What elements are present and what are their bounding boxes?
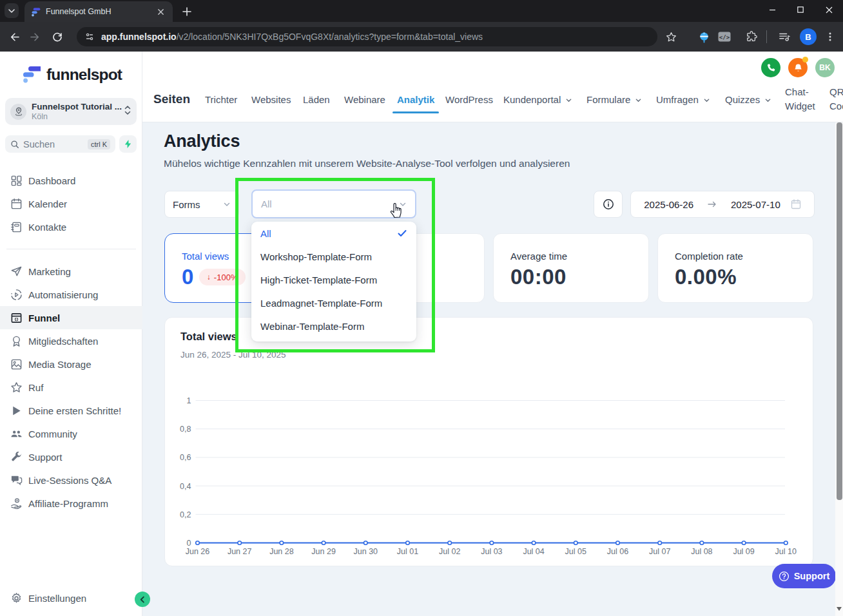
tab-search-button[interactable] <box>5 3 19 18</box>
tab-kundenportal[interactable]: Kundenportal <box>503 94 572 105</box>
workspace-info: Funnelspot Tutorial ... Köln <box>32 102 124 121</box>
reload-button[interactable] <box>46 26 68 48</box>
chart-point[interactable] <box>238 541 242 545</box>
tab-chat-widget[interactable]: Chat- Widget <box>785 85 815 113</box>
search-input[interactable]: Suchen ctrl K <box>5 135 115 153</box>
tab-qr-code[interactable]: QR- Code <box>829 85 843 113</box>
site-info-icon[interactable] <box>84 32 95 42</box>
extension-code-button[interactable]: </> <box>713 26 735 48</box>
header-actions: BK <box>753 58 835 77</box>
profile-avatar[interactable]: B <box>797 26 819 48</box>
chart-point[interactable] <box>364 541 368 545</box>
phone-button[interactable] <box>761 58 780 77</box>
address-bar[interactable]: app.funnelspot.io/v2/location/5NK3HI7QxB… <box>77 27 657 46</box>
date-from[interactable]: 2025-06-26 <box>644 199 693 210</box>
tab-trichter[interactable]: Trichter <box>205 94 237 105</box>
sidebar-item-funnel[interactable]: Funnel <box>0 306 142 329</box>
sidebar-item-einstellungen[interactable]: Einstellungen <box>0 586 142 610</box>
tab-label: Trichter <box>205 94 237 105</box>
url-path: /v2/location/5NK3HI7QxBg5OFvqG8Xt/analyt… <box>177 32 483 42</box>
extensions-button[interactable] <box>741 26 762 48</box>
sidebar-item-kalender[interactable]: Kalender <box>0 192 142 215</box>
workspace-selector[interactable]: Funnelspot Tutorial ... Köln <box>5 98 137 125</box>
tab-webinare[interactable]: Webinare <box>344 94 385 105</box>
media-controls-button[interactable] <box>773 26 795 48</box>
chart-point[interactable] <box>280 541 284 545</box>
y-tick-label: 0,2 <box>180 510 191 519</box>
funnelspot-logo-icon <box>21 65 41 84</box>
tab-quizzes[interactable]: Quizzes <box>725 94 771 105</box>
sidebar-item-support[interactable]: Support <box>0 445 142 468</box>
chart-point[interactable] <box>322 541 325 545</box>
user-avatar[interactable]: BK <box>815 58 835 77</box>
sidebar-item-automatisierung[interactable]: Automatisierung <box>0 283 142 306</box>
chart-point[interactable] <box>658 541 662 545</box>
chart-point[interactable] <box>574 541 578 545</box>
sidebar-item-kontakte[interactable]: Kontakte <box>0 215 142 238</box>
chart-point[interactable] <box>448 541 452 545</box>
gear-icon <box>10 592 23 604</box>
tab-label: Analytik <box>397 94 434 105</box>
sidebar-item-marketing[interactable]: Marketing <box>0 260 142 283</box>
quick-actions-button[interactable] <box>119 135 137 153</box>
date-range-picker[interactable]: 2025-06-26 2025-07-10 <box>630 191 815 218</box>
sidebar-item-deine-ersten-schritte[interactable]: Deine ersten Schritte! <box>0 399 142 422</box>
x-tick-label: Jun 28 <box>269 547 294 556</box>
sidebar-item-label: Dashboard <box>28 175 75 186</box>
sidebar-item-dashboard[interactable]: Dashboard <box>0 169 142 192</box>
notifications-button[interactable] <box>788 58 808 77</box>
close-icon <box>826 6 833 14</box>
chart-point[interactable] <box>616 541 620 545</box>
window-maximize-button[interactable] <box>786 0 815 19</box>
sidebar-item-mitgliedschaften[interactable]: Mitgliedschaften <box>0 329 142 352</box>
tab-l-den[interactable]: Läden <box>303 94 330 105</box>
tab-umfragen[interactable]: Umfragen <box>656 94 710 105</box>
chart-point[interactable] <box>406 541 410 545</box>
tab-close-button[interactable] <box>155 6 166 17</box>
chevron-down-icon <box>8 7 15 15</box>
minimize-icon <box>769 6 776 14</box>
browser-tab[interactable]: Funnelspot GmbH <box>24 1 173 22</box>
sidebar-item-affiliate-programm[interactable]: Affiliate-Programm <box>0 492 142 515</box>
date-to[interactable]: 2025-07-10 <box>731 199 780 210</box>
bookmark-star-button[interactable] <box>660 26 682 48</box>
sidebar-item-label: Einstellungen <box>28 593 86 604</box>
chart-point[interactable] <box>196 541 200 545</box>
x-tick-label: Jul 05 <box>565 547 586 556</box>
close-icon <box>157 8 164 15</box>
sidebar-item-media-storage[interactable]: Media Storage <box>0 352 142 376</box>
browser-menu-button[interactable] <box>819 26 841 48</box>
window-minimize-button[interactable] <box>758 0 786 19</box>
window-close-button[interactable] <box>815 0 843 19</box>
info-button[interactable] <box>594 191 623 218</box>
sidebar-item-live-sessions-q-a[interactable]: Live-Sessions Q&A <box>0 468 142 492</box>
tab-websites[interactable]: Websites <box>251 94 291 105</box>
dashboard-icon <box>10 175 23 187</box>
tab-formulare[interactable]: Formulare <box>586 94 642 105</box>
sidebar-item-community[interactable]: Community <box>0 422 142 445</box>
new-tab-button[interactable] <box>178 3 196 21</box>
chart-point[interactable] <box>700 541 704 545</box>
scrollbar-down-arrow[interactable] <box>837 607 842 611</box>
chart-point[interactable] <box>532 541 536 545</box>
back-button[interactable] <box>3 26 24 48</box>
chart-point[interactable] <box>784 541 788 545</box>
x-tick-label: Jul 09 <box>733 547 754 556</box>
extension-colorpick-button[interactable] <box>693 26 715 48</box>
forward-button[interactable] <box>24 26 46 48</box>
tab-analytik[interactable]: Analytik <box>397 94 434 105</box>
type-select[interactable]: Forms <box>164 191 239 218</box>
tab-label: Webinare <box>344 94 385 105</box>
scrollbar[interactable] <box>835 122 843 616</box>
x-tick-label: Jun 27 <box>228 547 252 556</box>
sidebar-item-ruf[interactable]: Ruf <box>0 376 142 399</box>
tab-wordpress[interactable]: WordPress <box>445 94 493 105</box>
affiliate-icon <box>10 497 23 510</box>
y-tick-label: 0 <box>187 539 191 548</box>
chart-point[interactable] <box>742 541 746 545</box>
sidebar-collapse-button[interactable] <box>135 592 150 607</box>
workspace-avatar <box>10 104 26 120</box>
scrollbar-thumb[interactable] <box>837 122 842 500</box>
chart-point[interactable] <box>490 541 494 545</box>
support-button[interactable]: Support <box>772 564 836 588</box>
